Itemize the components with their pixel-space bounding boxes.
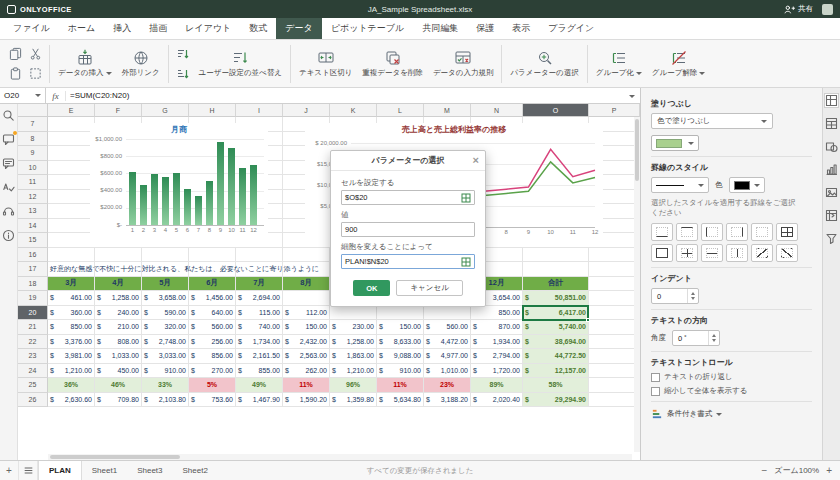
cell-M26[interactable]: $3,188.20 (424, 393, 471, 408)
fill-type-select[interactable]: 色で塗りつぶし (651, 113, 773, 129)
cell-K21[interactable]: $230.00 (330, 320, 377, 335)
cell-M22[interactable]: $4,472.00 (424, 335, 471, 350)
add-sheet-button[interactable]: + (0, 461, 19, 480)
row-header-19[interactable]: 19 (18, 291, 48, 306)
cell-H25[interactable]: 5% (189, 378, 236, 393)
cell-E21[interactable]: $850.00 (48, 320, 95, 335)
cell-J18[interactable]: 8月 (283, 277, 330, 292)
cell-G20[interactable]: $590.00 (142, 306, 189, 321)
cell-H24[interactable]: $270.00 (189, 364, 236, 379)
border-right-button[interactable] (726, 223, 748, 241)
remove-duplicates-button[interactable]: 重複データを削除 (357, 42, 428, 86)
cell-E10[interactable] (48, 161, 95, 176)
changing-cell-input[interactable]: PLAN!$N$20 (341, 254, 475, 269)
text-to-columns-button[interactable]: テキスト区切り (294, 42, 357, 86)
cell-G24[interactable]: $910.00 (142, 364, 189, 379)
cell-O16[interactable] (523, 248, 589, 263)
column-header-F[interactable]: F (95, 104, 142, 117)
goal-seek-button[interactable]: パラメーターの選択 (505, 42, 583, 86)
cell-P24[interactable] (589, 364, 640, 379)
cell-H23[interactable]: $856.00 (189, 349, 236, 364)
sort-ascending-button[interactable] (174, 45, 192, 62)
cell-P22[interactable] (589, 335, 640, 350)
border-color-picker[interactable] (729, 177, 765, 193)
shrink-to-fit-checkbox[interactable]: 縮小して全体を表示する (651, 386, 812, 396)
cell-G16[interactable] (142, 248, 189, 263)
horizontal-scrollbar[interactable] (48, 454, 632, 460)
external-links-button[interactable]: 外部リンク (117, 42, 165, 86)
expand-formula-bar-icon[interactable] (629, 95, 635, 98)
group-button[interactable]: グループ化 (591, 42, 647, 86)
fill-handle[interactable] (586, 318, 590, 322)
cell-J22[interactable]: $2,432.00 (283, 335, 330, 350)
cell-O21[interactable]: $5,740.00 (523, 320, 589, 335)
sheet-tab-Sheet2[interactable]: Sheet2 (173, 461, 218, 480)
select-range-icon[interactable] (461, 193, 471, 203)
insert-function-button[interactable]: fx (46, 91, 66, 101)
cell-O18[interactable]: 合計 (523, 277, 589, 292)
table-settings-icon[interactable] (825, 117, 838, 130)
row-header-20[interactable]: 20 (18, 306, 48, 321)
border-none-button[interactable] (751, 223, 773, 241)
cell-O19[interactable]: $50,851.00 (523, 291, 589, 306)
cell-O17[interactable] (523, 262, 589, 277)
cell-G21[interactable]: $320.00 (142, 320, 189, 335)
zoom-out-button[interactable]: − (761, 465, 767, 476)
cell-I25[interactable]: 49% (236, 378, 283, 393)
column-header-N[interactable]: N (471, 104, 523, 117)
cell-O23[interactable]: $44,772.50 (523, 349, 589, 364)
cell-I24[interactable]: $855.00 (236, 364, 283, 379)
row-header-16[interactable]: 16 (18, 248, 48, 263)
cell-H19[interactable]: $1,456.00 (189, 291, 236, 306)
cell-E22[interactable]: $3,376.00 (48, 335, 95, 350)
ok-button[interactable]: OK (353, 280, 390, 296)
custom-sort-button[interactable]: ユーザー設定の並べ替え (194, 42, 287, 86)
feedback-icon[interactable] (2, 205, 15, 218)
cut-button[interactable] (26, 45, 44, 62)
column-header-H[interactable]: H (189, 104, 236, 117)
row-header-12[interactable]: 12 (18, 190, 48, 205)
cell-N23[interactable]: $2,794.00 (471, 349, 523, 364)
tab-保護[interactable]: 保護 (467, 18, 503, 39)
row-header-7[interactable]: 7 (18, 117, 48, 132)
sheet-tab-Sheet1[interactable]: Sheet1 (82, 461, 127, 480)
cell-F19[interactable]: $1,258.00 (95, 291, 142, 306)
cell-G25[interactable]: 33% (142, 378, 189, 393)
tab-ホーム[interactable]: ホーム (59, 18, 104, 39)
cell-K20[interactable] (330, 306, 377, 321)
cell-E24[interactable]: $1,210.00 (48, 364, 95, 379)
cell-N25[interactable]: 89% (471, 378, 523, 393)
cell-J20[interactable]: $112.00 (283, 306, 330, 321)
cell-H22[interactable]: $256.00 (189, 335, 236, 350)
cell-N21[interactable]: $870.00 (471, 320, 523, 335)
border-all-button[interactable] (776, 223, 798, 241)
cell-M21[interactable]: $560.00 (424, 320, 471, 335)
tab-表示[interactable]: 表示 (503, 18, 539, 39)
cell-J19[interactable] (283, 291, 330, 306)
cell-G18[interactable]: 5月 (142, 277, 189, 292)
select-all-button[interactable] (26, 65, 44, 82)
row-header-17[interactable]: 17 (18, 262, 48, 277)
cell-E15[interactable] (48, 233, 95, 248)
row-header-18[interactable]: 18 (18, 277, 48, 292)
cell-E11[interactable] (48, 175, 95, 190)
cell-K24[interactable]: $1,210.00 (330, 364, 377, 379)
column-header-M[interactable]: M (424, 104, 471, 117)
column-header-O[interactable]: O (523, 104, 589, 117)
cell-I16[interactable] (236, 248, 283, 263)
angle-stepper[interactable]: 0 ˚ (672, 330, 720, 346)
tab-レイアウト[interactable]: レイアウト (176, 18, 240, 39)
row-header-8[interactable]: 8 (18, 132, 48, 147)
cell-H18[interactable]: 6月 (189, 277, 236, 292)
search-icon[interactable] (2, 109, 15, 122)
cell-I21[interactable]: $740.00 (236, 320, 283, 335)
wrap-text-checkbox[interactable]: テキストの折り返し (651, 372, 812, 382)
cell-F23[interactable]: $1,033.00 (95, 349, 142, 364)
cell-F18[interactable]: 4月 (95, 277, 142, 292)
tab-描画[interactable]: 描画 (140, 18, 176, 39)
cell-G22[interactable]: $2,748.00 (142, 335, 189, 350)
cell-E8[interactable] (48, 132, 95, 147)
slicer-settings-icon[interactable] (825, 232, 838, 245)
cell-E9[interactable] (48, 146, 95, 161)
cell-G23[interactable]: $3,033.00 (142, 349, 189, 364)
